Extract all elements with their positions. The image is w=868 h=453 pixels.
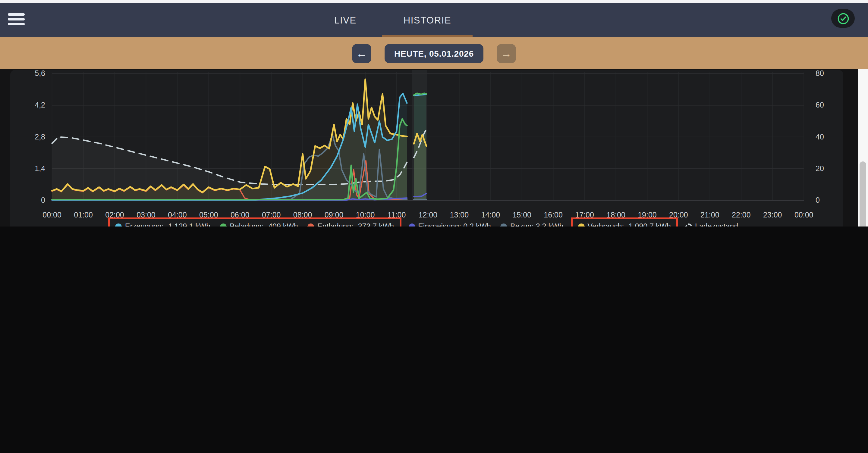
- legend-item-bezug[interactable]: Bezug: 3,2 kWh: [501, 222, 564, 226]
- svg-text:40: 40: [815, 132, 824, 141]
- scrollbar-track[interactable]: [858, 69, 868, 226]
- date-toolbar: ← HEUTE, 05.01.2026 →: [0, 37, 868, 69]
- svg-text:1,4: 1,4: [35, 164, 45, 172]
- legend-item-entladung[interactable]: Entladung: -373,7 kWh: [308, 222, 394, 226]
- svg-text:4,2: 4,2: [35, 101, 45, 109]
- hamburger-menu-button[interactable]: [8, 9, 31, 32]
- legend-label: Verbrauch: -1.090,7 kWh: [587, 222, 671, 226]
- legend-label: Ladezustand: [695, 222, 738, 226]
- check-circle-icon: [836, 12, 849, 25]
- legend-label: Einspeisung: 0,2 kWh: [418, 222, 491, 226]
- legend-item-erzeugung[interactable]: Erzeugung: -1.129,1 kWh: [116, 222, 211, 226]
- chart-legend: Erzeugung: -1.129,1 kWhBeladung: -409 kW…: [10, 218, 843, 226]
- svg-text:5,6: 5,6: [35, 70, 45, 77]
- legend-dot-icon: [116, 223, 122, 226]
- legend-item-ladezustand[interactable]: Ladezustand: [685, 222, 738, 226]
- svg-text:0: 0: [815, 196, 820, 204]
- svg-text:60: 60: [815, 101, 824, 109]
- connection-status-button[interactable]: [831, 9, 855, 28]
- legend-item-beladung[interactable]: Beladung: -409 kWh: [220, 222, 298, 226]
- legend-dot-icon: [501, 223, 507, 226]
- legend-label: Beladung: -409 kWh: [230, 222, 298, 226]
- legend-dot-icon: [308, 223, 314, 226]
- next-day-button[interactable]: →: [497, 44, 516, 63]
- legend-item-verbrauch[interactable]: Verbrauch: -1.090,7 kWh: [578, 222, 671, 226]
- legend-label: Erzeugung: -1.129,1 kWh: [125, 222, 211, 226]
- svg-text:80: 80: [815, 70, 824, 77]
- energy-history-chart[interactable]: 01,42,84,25,602040608000:0001:0002:0003:…: [10, 70, 843, 226]
- legend-label: Bezug: 3,2 kWh: [510, 222, 564, 226]
- active-tab-indicator: [382, 35, 472, 37]
- previous-day-button[interactable]: ←: [352, 44, 371, 63]
- history-chart-panel: 01,42,84,25,602040608000:0001:0002:0003:…: [10, 70, 843, 226]
- legend-annotation-group: Verbrauch: -1.090,7 kWh: [570, 218, 678, 226]
- legend-group: Ladezustand: [678, 218, 745, 226]
- date-picker-button[interactable]: HEUTE, 05.01.2026: [384, 44, 484, 63]
- legend-dot-icon: [408, 223, 415, 226]
- svg-text:20: 20: [815, 164, 824, 172]
- legend-label: Entladung: -373,7 kWh: [317, 222, 394, 226]
- tab-historie[interactable]: HISTORIE: [404, 3, 452, 37]
- openems-app: LIVE HISTORIE ← HEUTE, 05.01.2026 → 01,4…: [0, 0, 868, 226]
- legend-dot-icon: [578, 223, 584, 226]
- hamburger-icon: [8, 13, 25, 16]
- tab-live[interactable]: LIVE: [334, 3, 356, 37]
- dashed-circle-icon: [685, 223, 692, 226]
- legend-item-einspeisung[interactable]: Einspeisung: 0,2 kWh: [408, 222, 491, 226]
- svg-text:2,8: 2,8: [35, 132, 45, 141]
- legend-group: Einspeisung: 0,2 kWhBezug: 3,2 kWh: [401, 218, 570, 226]
- legend-annotation-group: Erzeugung: -1.129,1 kWhBeladung: -409 kW…: [108, 218, 401, 226]
- scrollbar-thumb[interactable]: [860, 161, 866, 226]
- top-strip: [0, 0, 868, 3]
- navbar: LIVE HISTORIE: [0, 3, 868, 37]
- svg-text:0: 0: [41, 196, 45, 204]
- legend-dot-icon: [220, 223, 227, 226]
